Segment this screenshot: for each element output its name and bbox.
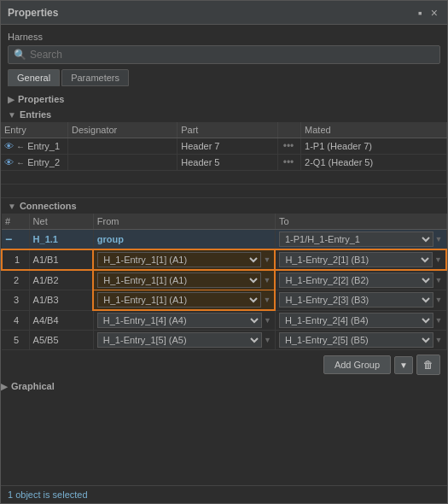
pin-button[interactable]: ▪ <box>416 7 425 19</box>
entry-cell: 👁 ← Entry_2 <box>1 155 68 171</box>
search-input[interactable] <box>30 49 434 61</box>
tab-general[interactable]: General <box>8 69 60 86</box>
connections-row-1: 1 A1/B1 H_1-Entry_1[1] (A1) ▼ <box>2 249 446 270</box>
conn-col-header-hash: # <box>2 214 29 230</box>
entry-name: Entry_2 <box>27 157 60 167</box>
entries-section-header[interactable]: ▼ Entries <box>1 107 447 122</box>
entry-name: Entry_1 <box>27 141 60 151</box>
conn-from-select-4[interactable]: H_1-Entry_1[4] (A4) <box>97 313 262 328</box>
dots-cell: ••• <box>277 155 300 171</box>
conn-from-dropdown-icon[interactable]: ▼ <box>264 316 271 325</box>
conn-from-dropdown-icon[interactable]: ▼ <box>264 336 271 344</box>
arrow-icon: ← <box>16 142 25 151</box>
graphical-section-label: Graphical <box>11 381 55 391</box>
conn-col-header-to: To <box>275 214 446 230</box>
conn-col-header-from: From <box>93 214 275 230</box>
col-header-entry: Entry <box>1 122 68 138</box>
search-bar: 🔍 <box>8 45 440 64</box>
entries-scroll-area[interactable]: Entry Designator Part Mated 👁 ← <box>1 122 447 198</box>
panel-body: Harness 🔍 General Parameters ▶ Propertie… <box>1 25 447 485</box>
graphical-arrow-icon: ▶ <box>1 382 8 391</box>
mated-cell: 1-P1 (Header 7) <box>301 138 447 155</box>
conn-from-dropdown-icon[interactable]: ▼ <box>263 276 271 284</box>
status-text: 1 object is selected <box>8 489 88 500</box>
properties-panel: Properties ▪ × Harness 🔍 General Paramet… <box>0 0 448 504</box>
group-id: H_1.1 <box>33 234 58 244</box>
conn-to-cell: H_1-Entry_2[2] (B2) ▼ <box>275 270 446 290</box>
connections-section-header[interactable]: ▼ Connections <box>1 198 447 214</box>
eye-icon[interactable]: 👁 <box>4 157 14 167</box>
connections-row-2: 2 A1/B2 H_1-Entry_1[1] (A1) ▼ <box>2 270 446 290</box>
conn-to-select-1[interactable]: H_1-Entry_2[1] (B1) <box>279 252 433 267</box>
conn-from-select-1[interactable]: H_1-Entry_1[1] (A1) <box>97 252 261 267</box>
col-header-mated: Mated <box>301 122 447 138</box>
close-button[interactable]: × <box>428 7 440 19</box>
conn-id-cell: 2 <box>2 270 29 290</box>
conn-to-dropdown-icon[interactable]: ▼ <box>435 316 443 325</box>
conn-from-dropdown-icon[interactable]: ▼ <box>263 255 271 264</box>
conn-id-cell: 4 <box>2 310 29 331</box>
properties-arrow-icon: ▶ <box>8 95 15 104</box>
conn-from-select-2[interactable]: H_1-Entry_1[1] (A1) <box>97 273 261 288</box>
add-group-dropdown-button[interactable]: ▼ <box>394 356 413 374</box>
designator-cell <box>68 138 177 155</box>
col-header-designator: Designator <box>68 122 177 138</box>
connections-row-4: 4 A4/B4 H_1-Entry_1[4] (A4) ▼ <box>2 310 446 331</box>
graphical-section-header[interactable]: ▶ Graphical <box>1 379 447 393</box>
conn-from-cell: H_1-Entry_1[1] (A1) ▼ <box>93 249 275 270</box>
collapse-group-button[interactable]: − <box>5 232 12 246</box>
connections-section-content: # Net From To − H_1.1 <box>1 214 447 379</box>
conn-net-cell: A4/B4 <box>29 310 93 331</box>
conn-from-dropdown-icon[interactable]: ▼ <box>263 296 271 304</box>
eye-icon[interactable]: 👁 <box>4 141 14 151</box>
table-row: 👁 ← Entry_2 Header 5 ••• 2-Q1 (Header 5) <box>1 155 447 171</box>
col-header-dots <box>277 122 300 138</box>
table-row-empty <box>1 171 447 185</box>
conn-to-dropdown-icon[interactable]: ▼ <box>435 296 443 304</box>
conn-from-cell: H_1-Entry_1[4] (A4) ▼ <box>93 310 275 331</box>
group-from-select[interactable]: 1-P1/H_1-Entry_1 <box>279 231 433 247</box>
conn-to-cell: H_1-Entry_2[5] (B5) ▼ <box>275 331 446 350</box>
conn-from-select-3[interactable]: H_1-Entry_1[1] (A1) <box>97 292 261 308</box>
dots-button[interactable]: ••• <box>282 140 296 152</box>
dots-cell: ••• <box>277 138 300 155</box>
group-net: group <box>97 234 124 244</box>
tab-parameters[interactable]: Parameters <box>61 69 129 86</box>
entries-section-label: Entries <box>20 109 51 120</box>
group-from-cell: 1-P1/H_1-Entry_1 ▼ <box>275 230 446 250</box>
entries-section-content: Entry Designator Part Mated 👁 ← <box>1 122 447 198</box>
dots-button[interactable]: ••• <box>282 156 296 168</box>
panel-header: Properties ▪ × <box>1 1 447 25</box>
harness-label: Harness <box>1 30 447 45</box>
connections-section-label: Connections <box>20 201 77 211</box>
conn-to-select-3[interactable]: H_1-Entry_2[3] (B3) <box>279 292 433 308</box>
conn-to-dropdown-icon[interactable]: ▼ <box>434 255 442 264</box>
conn-from-select-5[interactable]: H_1-Entry_1[5] (A5) <box>97 332 262 348</box>
connections-arrow-icon: ▼ <box>8 202 16 211</box>
conn-to-select-4[interactable]: H_1-Entry_2[4] (B4) <box>279 313 433 328</box>
part-cell: Header 7 <box>177 138 277 155</box>
entries-table: Entry Designator Part Mated 👁 ← <box>1 122 447 198</box>
conn-to-dropdown-icon[interactable]: ▼ <box>435 336 443 344</box>
conn-to-cell: H_1-Entry_2[3] (B3) ▼ <box>275 290 446 311</box>
connections-group-row: − H_1.1 group <box>2 230 446 250</box>
entry-cell: 👁 ← Entry_1 <box>1 138 68 155</box>
conn-to-select-5[interactable]: H_1-Entry_2[5] (B5) <box>279 332 433 348</box>
connections-row-5: 5 A5/B5 H_1-Entry_1[5] (A5) ▼ <box>2 331 446 350</box>
properties-section-header[interactable]: ▶ Properties <box>1 91 447 107</box>
conn-net-cell: A1/B3 <box>29 290 93 311</box>
search-icon: 🔍 <box>14 49 26 61</box>
conn-net-cell: A1/B1 <box>29 249 93 270</box>
group-from-dropdown-icon[interactable]: ▼ <box>435 235 443 243</box>
tabs-container: General Parameters <box>8 69 440 86</box>
part-cell: Header 5 <box>177 155 277 171</box>
group-net-cell: group <box>93 230 275 250</box>
conn-to-dropdown-icon[interactable]: ▼ <box>435 276 443 284</box>
add-group-button[interactable]: Add Group <box>323 355 391 374</box>
group-minus-cell: − <box>2 230 29 250</box>
conn-col-header-net: Net <box>29 214 93 230</box>
delete-button[interactable]: 🗑 <box>416 355 440 375</box>
conn-to-select-2[interactable]: H_1-Entry_2[2] (B2) <box>279 273 433 288</box>
col-header-part: Part <box>177 122 277 138</box>
header-buttons: ▪ × <box>416 7 440 19</box>
